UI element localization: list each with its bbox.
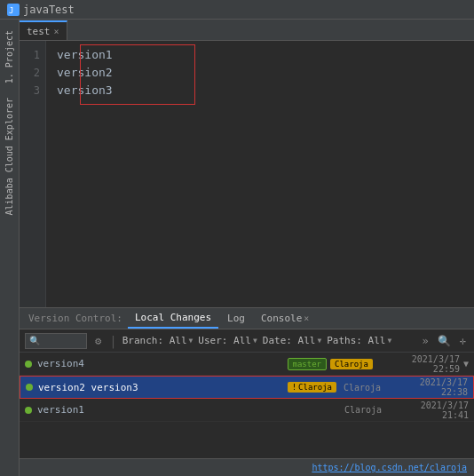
filter-paths[interactable]: Paths: All ▼	[327, 335, 391, 346]
filter-date-label: Date: All	[263, 335, 316, 346]
tab-console-close[interactable]: ×	[304, 313, 309, 323]
toolbar-row: 🔍 ⚙ | Branch: All ▼ User: All ▼ Date: Al…	[20, 329, 474, 353]
commit-msg-version4: version4	[37, 358, 288, 369]
paths-dropdown-icon: ▼	[387, 337, 391, 345]
commit-arrow-v4: ▼	[463, 359, 469, 369]
commit-date-v2v3: 2021/3/17 22:38	[388, 377, 468, 397]
bottom-panel: Version Control: Local Changes Log Conso…	[20, 307, 474, 458]
line-number-1: 1	[20, 46, 40, 64]
svg-text:J: J	[9, 6, 13, 15]
tab-local-changes-label: Local Changes	[135, 312, 211, 323]
more-icon[interactable]: »	[420, 334, 431, 348]
commit-author-v1: Claroja	[344, 405, 385, 415]
tag-claroja-v2v3-label: Claroja	[298, 383, 332, 392]
tab-console-label: Console	[261, 313, 302, 324]
window-title: javaTest	[23, 4, 75, 16]
filter-paths-label: Paths: All	[327, 335, 385, 346]
commit-date-v1: 2021/3/17 21:41	[389, 401, 469, 420]
tab-console[interactable]: Console ×	[254, 309, 316, 329]
code-line-1: version1	[57, 46, 463, 64]
commit-row-version2-version3[interactable]: version2 version3 ! Claroja Claroja 2021…	[20, 376, 474, 399]
tab-log[interactable]: Log	[220, 309, 252, 329]
commit-msg-v2v3: version2 version3	[38, 382, 288, 393]
commit-dot-v1	[25, 407, 32, 414]
filter-date[interactable]: Date: All ▼	[263, 335, 321, 346]
filter-branch-label: Branch: All	[122, 335, 187, 346]
left-sidebar: 1. Project Alibaba Cloud Explorer	[0, 20, 20, 476]
commit-tags-v2v3: ! Claroja	[288, 382, 336, 393]
line-number-2: 2	[20, 64, 40, 82]
search-icon: 🔍	[29, 336, 40, 345]
code-content: version1 version2 version3	[46, 41, 474, 105]
content-area: test × 1 2 3 version1 version2 version3	[20, 20, 474, 476]
line-number-3: 3	[20, 82, 40, 99]
tag-claroja-v4: Claroja	[330, 359, 373, 369]
add-icon[interactable]: ✛	[457, 334, 469, 348]
toolbar-right-actions: » 🔍 ✛	[420, 334, 469, 348]
commit-date-version4: 2021/3/17 22:59	[380, 354, 460, 374]
bottom-tabs-bar: Version Control: Local Changes Log Conso…	[20, 308, 474, 329]
status-link[interactable]: https://blog.csdn.net/claroja	[312, 463, 467, 472]
commit-row-version1[interactable]: version1 Claroja 2021/3/17 21:41	[20, 399, 474, 422]
commit-dot-version4	[25, 361, 32, 368]
commit-dot-v2v3	[26, 384, 33, 391]
commit-row-version4[interactable]: version4 master Claroja 2021/3/17 22:59 …	[20, 353, 474, 376]
commit-tags-version4: master Claroja	[288, 358, 373, 370]
tab-test[interactable]: test ×	[20, 20, 67, 40]
commits-list: version4 master Claroja 2021/3/17 22:59 …	[20, 353, 474, 458]
code-line-3: version3	[57, 82, 463, 99]
commit-msg-v1: version1	[37, 404, 344, 416]
tab-test-close[interactable]: ×	[54, 27, 59, 36]
search-commits-icon[interactable]: 🔍	[435, 334, 454, 348]
separator-1: |	[109, 334, 116, 348]
tab-log-label: Log	[227, 313, 245, 324]
commit-author-v2v3: Claroja	[344, 383, 384, 393]
tab-local-changes[interactable]: Local Changes	[128, 309, 218, 329]
sidebar-item-cloud[interactable]: Alibaba Cloud Explorer	[1, 91, 18, 222]
tab-test-label: test	[27, 26, 51, 37]
sidebar-item-project[interactable]: 1. Project	[1, 23, 18, 91]
status-bar: https://blog.csdn.net/claroja	[20, 458, 474, 476]
editor-tabs: test ×	[20, 20, 474, 41]
tag-warn-claroja: ! Claroja	[288, 382, 336, 393]
editor: 1 2 3 version1 version2 version3	[20, 41, 474, 307]
filter-user-label: User: All	[198, 335, 251, 346]
main-layout: 1. Project Alibaba Cloud Explorer test ×…	[0, 20, 474, 476]
tag-master: master	[288, 358, 328, 370]
app-icon: J	[7, 4, 20, 16]
line-numbers: 1 2 3	[20, 41, 46, 307]
title-bar: J javaTest	[0, 0, 474, 20]
user-dropdown-icon: ▼	[253, 337, 257, 345]
warn-icon: !	[292, 383, 296, 392]
branch-dropdown-icon: ▼	[189, 337, 194, 345]
search-box[interactable]: 🔍	[25, 333, 87, 349]
version-control-label: Version Control:	[25, 311, 126, 326]
filter-user[interactable]: User: All ▼	[198, 335, 257, 346]
settings-icon[interactable]: ⚙	[92, 334, 104, 348]
code-line-2: version2	[57, 64, 463, 82]
filter-branch[interactable]: Branch: All ▼	[122, 335, 194, 346]
date-dropdown-icon: ▼	[317, 337, 321, 345]
